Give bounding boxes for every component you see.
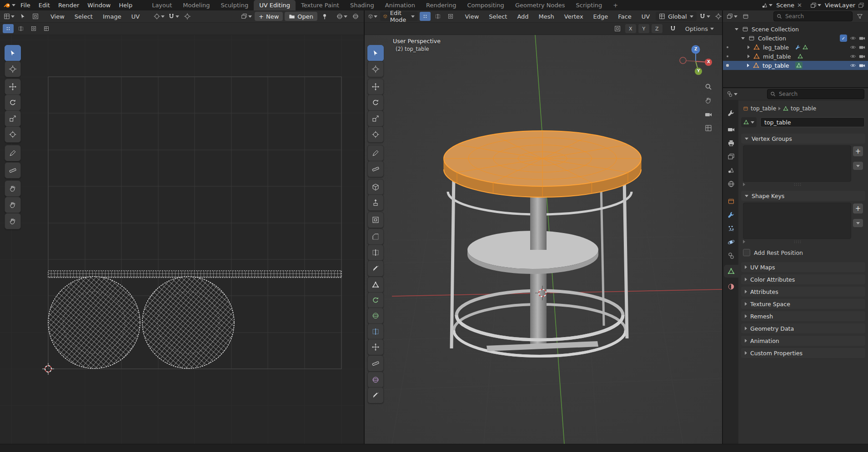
- uv-menu-select[interactable]: Select: [70, 10, 97, 22]
- new-image-button[interactable]: + New: [255, 12, 283, 21]
- uv-editor-type-button[interactable]: [3, 12, 15, 21]
- tool-rotate[interactable]: [367, 94, 384, 111]
- blender-logo-icon[interactable]: [3, 1, 16, 10]
- outliner-row-mid-table[interactable]: mid_table: [723, 52, 868, 61]
- uv-select-vertex-button[interactable]: [3, 24, 14, 33]
- eye-icon[interactable]: [850, 44, 856, 50]
- shape-key-specials-button[interactable]: [853, 219, 863, 227]
- tool-annotate[interactable]: [367, 145, 384, 161]
- shape-keys-list[interactable]: [743, 203, 851, 239]
- data-id-selector[interactable]: [741, 117, 757, 127]
- menu-render[interactable]: Render: [54, 0, 83, 10]
- tab-view-layer[interactable]: [724, 150, 738, 163]
- active-data-badge[interactable]: [795, 62, 803, 69]
- menu-window[interactable]: Window: [83, 0, 115, 10]
- uv-proportional-edit-button[interactable]: [182, 12, 193, 21]
- tab-output[interactable]: [724, 137, 738, 149]
- disclosure-icon[interactable]: [735, 28, 738, 30]
- navigation-gizmo[interactable]: Z X Y: [678, 42, 713, 77]
- properties-editor-type-button[interactable]: [726, 89, 738, 99]
- panel-geometry-data[interactable]: Geometry Data: [741, 323, 865, 333]
- uv-menu[interactable]: UV: [637, 10, 654, 22]
- tool-cursor[interactable]: [367, 61, 384, 77]
- uv-tool-move[interactable]: [5, 79, 21, 95]
- outliner-search[interactable]: [773, 11, 853, 21]
- scene-browse-button[interactable]: [761, 1, 773, 10]
- menu-edit[interactable]: Edit: [35, 0, 54, 10]
- pan-control[interactable]: [703, 96, 714, 105]
- uv-select-mode-button[interactable]: [30, 12, 41, 21]
- panel-shape-keys[interactable]: Shape Keys: [741, 191, 865, 201]
- tool-transform[interactable]: [367, 126, 384, 143]
- vertex-groups-grip[interactable]: ::::: [743, 182, 850, 187]
- mesh-data-icon[interactable]: [803, 45, 808, 50]
- outliner-row-scene-collection[interactable]: Scene Collection: [723, 25, 868, 34]
- data-name-field[interactable]: [760, 117, 865, 127]
- toggle-ortho-control[interactable]: [703, 124, 714, 133]
- viewport-editor-type-button[interactable]: [367, 12, 378, 21]
- modifier-wrench-icon[interactable]: [795, 45, 801, 50]
- snap-toggle-button[interactable]: [698, 12, 711, 21]
- tab-geometry-nodes[interactable]: Geometry Nodes: [510, 0, 571, 10]
- collection-exclude-checkbox[interactable]: ✓: [840, 35, 847, 42]
- panel-uv-maps[interactable]: UV Maps: [741, 262, 865, 272]
- tab-material[interactable]: [724, 280, 738, 293]
- outliner-row-leg-table[interactable]: leg_table: [723, 43, 868, 52]
- vertex-menu[interactable]: Vertex: [560, 10, 587, 22]
- menu-help[interactable]: Help: [115, 0, 137, 10]
- tool-bevel[interactable]: [367, 228, 384, 245]
- select-menu[interactable]: Select: [485, 10, 511, 22]
- mesh-menu[interactable]: Mesh: [535, 10, 558, 22]
- viewport-canvas[interactable]: [365, 35, 722, 444]
- menu-file[interactable]: File: [16, 0, 35, 10]
- options-dropdown[interactable]: Options: [684, 24, 715, 33]
- camera-icon[interactable]: [859, 44, 865, 50]
- view-menu[interactable]: View: [461, 10, 483, 22]
- uv-tool-tweak[interactable]: [5, 45, 21, 61]
- uv-menu-image[interactable]: Image: [99, 10, 125, 22]
- scene-name[interactable]: Scene: [776, 2, 794, 9]
- properties-search-input[interactable]: [778, 90, 861, 98]
- mesh-data-icon[interactable]: [798, 54, 803, 59]
- uv-tool-transform[interactable]: [5, 126, 21, 143]
- tool-scale[interactable]: [367, 110, 384, 127]
- scene-unlink-icon[interactable]: ✕: [797, 2, 802, 9]
- viewlayer-name[interactable]: ViewLayer: [825, 2, 855, 9]
- camera-view-control[interactable]: [703, 110, 714, 119]
- outliner-editor-type-button[interactable]: [726, 12, 738, 21]
- tab-compositing[interactable]: Compositing: [462, 0, 510, 10]
- pin-image-button[interactable]: [319, 12, 330, 21]
- tool-tweak[interactable]: [367, 45, 384, 61]
- tool-loop-cut[interactable]: [367, 244, 384, 261]
- edge-menu[interactable]: Edge: [589, 10, 612, 22]
- uv-overlays-toggle[interactable]: [350, 12, 361, 21]
- uv-sync-select-toggle[interactable]: [17, 12, 28, 21]
- panel-texture-space[interactable]: Texture Space: [741, 299, 865, 309]
- outliner-filter-button[interactable]: [854, 12, 865, 21]
- eye-icon[interactable]: [850, 62, 856, 69]
- tab-modeling[interactable]: Modeling: [177, 0, 215, 10]
- camera-icon[interactable]: [859, 35, 865, 41]
- tab-layout[interactable]: Layout: [146, 0, 177, 10]
- uv-snap-button[interactable]: [167, 12, 180, 21]
- tab-particles[interactable]: [724, 222, 738, 235]
- vertex-group-specials-button[interactable]: [853, 162, 863, 170]
- tool-measure[interactable]: [367, 161, 384, 177]
- mesh-select-edge-button[interactable]: [432, 12, 443, 21]
- camera-icon[interactable]: [859, 53, 865, 60]
- tab-modifiers[interactable]: [724, 209, 738, 221]
- transform-pivot-button[interactable]: [612, 24, 623, 33]
- uv-menu-view[interactable]: View: [46, 10, 69, 22]
- panel-custom-properties[interactable]: Custom Properties: [741, 348, 865, 358]
- uv-tool-scale[interactable]: [5, 110, 21, 127]
- mirror-y-toggle[interactable]: Y: [638, 24, 649, 33]
- uv-select-face-button[interactable]: [28, 24, 39, 33]
- zoom-control[interactable]: [703, 82, 714, 91]
- mesh-select-vertex-button[interactable]: [420, 12, 431, 21]
- uv-tool-rotate[interactable]: [5, 94, 21, 111]
- image-browse-button[interactable]: [240, 12, 253, 21]
- add-rest-position-checkbox[interactable]: [743, 249, 750, 256]
- disclosure-icon[interactable]: [748, 45, 750, 49]
- uv-tool-pinch[interactable]: [5, 213, 21, 229]
- tab-physics[interactable]: [724, 236, 738, 248]
